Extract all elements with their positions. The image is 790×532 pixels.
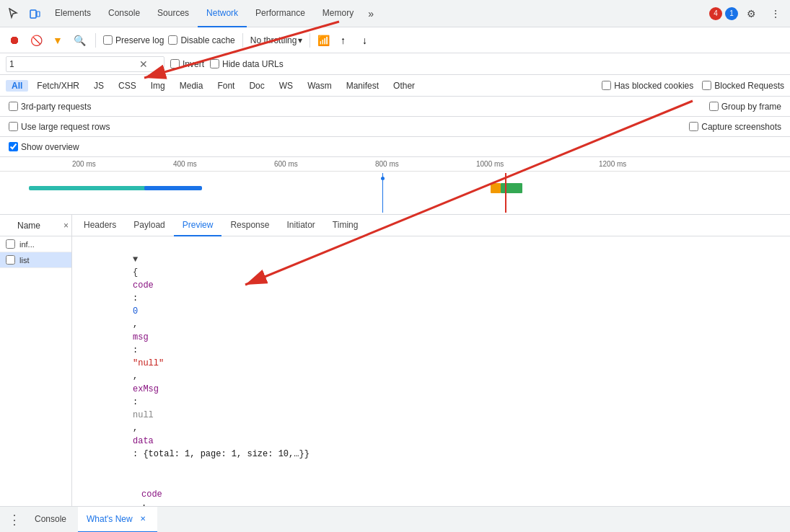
wf-bar-green — [501, 183, 522, 193]
panel-area: Name × inf... list Headers Payload — [0, 215, 790, 532]
sub-tab-preview[interactable]: Preview — [174, 215, 222, 236]
error-badge-container: 4 — [709, 7, 722, 20]
stop-button[interactable]: 🚫 — [27, 32, 45, 49]
request-list-panel: Name × inf... list — [0, 215, 72, 532]
blocked-requests-label[interactable]: Blocked Requests — [702, 81, 784, 91]
bottom-tab-whats-new[interactable]: What's New ✕ — [78, 507, 157, 533]
type-btn-css[interactable]: CSS — [113, 80, 142, 92]
request-name-list: list — [19, 256, 29, 265]
search-box: ✕ — [6, 56, 164, 72]
request-list-header-row: Name × — [0, 215, 71, 236]
disable-cache-label[interactable]: Disable cache — [168, 35, 234, 45]
bottom-tab-console[interactable]: Console — [26, 507, 75, 533]
devtools-tab-bar: Elements Console Sources Network Perform… — [0, 0, 790, 27]
type-btn-fetch[interactable]: Fetch/XHR — [31, 80, 85, 92]
type-filter-row: All Fetch/XHR JS CSS Img Media Font Doc … — [0, 75, 790, 97]
detail-panel: Headers Payload Preview Response Initiat… — [72, 215, 790, 532]
preserve-log-checkbox[interactable] — [103, 35, 113, 45]
options-row: 3rd-party requests Group by frame — [0, 97, 790, 117]
group-by-frame-label[interactable]: Group by frame — [709, 102, 781, 112]
bottom-tab-close-btn[interactable]: ✕ — [137, 513, 149, 525]
show-overview-label[interactable]: Show overview — [9, 142, 79, 152]
sub-tab-initiator[interactable]: Initiator — [278, 215, 323, 236]
show-overview-checkbox[interactable] — [9, 142, 18, 151]
type-btn-img[interactable]: Img — [145, 80, 171, 92]
invert-label[interactable]: Invert — [170, 59, 204, 69]
tab-more-btn[interactable]: » — [362, 8, 379, 19]
chat-badge[interactable]: 1 — [725, 7, 738, 20]
request-item-list[interactable]: list — [0, 252, 71, 268]
large-rows-checkbox[interactable] — [9, 122, 18, 131]
network-toolbar: ⏺ 🚫 ▼ 🔍 Preserve log Disable cache No th… — [0, 27, 790, 53]
type-btn-all[interactable]: All — [6, 80, 28, 92]
blocked-requests-checkbox[interactable] — [702, 81, 711, 90]
invert-checkbox[interactable] — [170, 59, 180, 68]
has-blocked-cookies-checkbox[interactable] — [602, 81, 611, 90]
type-btn-font[interactable]: Font — [211, 80, 240, 92]
timeline-label-800: 800 ms — [375, 160, 399, 168]
large-rows-label[interactable]: Use large request rows — [9, 122, 110, 132]
search-input[interactable] — [9, 59, 139, 69]
timeline-label-1200: 1200 ms — [599, 160, 626, 168]
bottom-dots[interactable]: ⋮ — [6, 511, 23, 528]
type-btn-other[interactable]: Other — [387, 80, 421, 92]
capture-screenshots-checkbox[interactable] — [689, 122, 698, 131]
download-icon[interactable]: ↓ — [356, 32, 373, 49]
group-by-frame-checkbox[interactable] — [709, 102, 719, 111]
tab-network[interactable]: Network — [198, 0, 247, 27]
waterfall-section: 200 ms 400 ms 600 ms 800 ms 1000 ms 1200… — [0, 157, 790, 215]
search-button[interactable]: 🔍 — [71, 32, 88, 49]
options-right: Group by frame — [709, 102, 781, 112]
sub-tabs-row: Headers Payload Preview Response Initiat… — [72, 215, 790, 236]
svg-rect-1 — [37, 12, 40, 17]
sub-tab-response[interactable]: Response — [221, 215, 278, 236]
record-button[interactable]: ⏺ — [6, 32, 23, 49]
sub-tab-timing[interactable]: Timing — [324, 215, 367, 236]
settings-icon[interactable]: ⚙ — [741, 4, 761, 24]
preserve-log-label[interactable]: Preserve log — [103, 35, 164, 45]
hide-data-urls-label[interactable]: Hide data URLs — [210, 59, 284, 69]
throttle-select[interactable]: No throttling ▾ — [250, 35, 303, 45]
filter-button[interactable]: ▼ — [49, 32, 66, 49]
close-col-btn[interactable]: × — [63, 221, 69, 231]
device-toggle-icon[interactable] — [25, 4, 45, 24]
name-column-header: Name — [3, 221, 40, 231]
upload-icon[interactable]: ↑ — [334, 32, 351, 49]
sub-tab-payload[interactable]: Payload — [125, 215, 173, 236]
cursor-icon[interactable] — [3, 4, 23, 24]
tab-console[interactable]: Console — [100, 0, 149, 27]
request-checkbox-list[interactable] — [6, 255, 15, 265]
third-party-checkbox[interactable] — [9, 102, 18, 111]
hide-data-urls-checkbox[interactable] — [210, 59, 219, 68]
type-btn-media[interactable]: Media — [174, 80, 209, 92]
wf-bar-orange — [491, 183, 501, 193]
request-item-inf[interactable]: inf... — [0, 236, 71, 252]
type-filter-right: Has blocked cookies Blocked Requests — [602, 81, 784, 91]
request-checkbox-inf[interactable] — [6, 239, 15, 249]
sub-tab-headers[interactable]: Headers — [75, 215, 125, 236]
tab-memory[interactable]: Memory — [314, 0, 362, 27]
type-btn-wasm[interactable]: Wasm — [302, 80, 338, 92]
capture-screenshots-label[interactable]: Capture screenshots — [689, 122, 781, 132]
wifi-icon: 📶 — [317, 35, 330, 46]
disable-cache-checkbox[interactable] — [168, 35, 177, 45]
tab-performance[interactable]: Performance — [247, 0, 314, 27]
type-btn-manifest[interactable]: Manifest — [341, 80, 385, 92]
options-row-2: Use large request rows Capture screensho… — [0, 117, 790, 137]
timeline-label-400: 400 ms — [173, 160, 197, 168]
tab-sources[interactable]: Sources — [149, 0, 198, 27]
error-badge[interactable]: 4 — [709, 7, 722, 20]
tab-elements[interactable]: Elements — [46, 0, 100, 27]
clear-search-btn[interactable]: ✕ — [139, 58, 148, 70]
wf-bar-blue — [144, 186, 202, 190]
chat-badge-container: 1 — [725, 7, 738, 20]
preview-line-0: ▼ { code : 0 , msg : "null" , exMsg : nu… — [72, 239, 790, 474]
toolbar-separator-1 — [95, 33, 96, 48]
type-btn-ws[interactable]: WS — [273, 80, 299, 92]
third-party-label[interactable]: 3rd-party requests — [9, 102, 91, 112]
more-options-icon[interactable]: ⋮ — [765, 4, 786, 24]
type-btn-js[interactable]: JS — [88, 80, 110, 92]
type-btn-doc[interactable]: Doc — [243, 80, 270, 92]
has-blocked-cookies-label[interactable]: Has blocked cookies — [602, 81, 693, 91]
svg-rect-0 — [30, 10, 36, 18]
